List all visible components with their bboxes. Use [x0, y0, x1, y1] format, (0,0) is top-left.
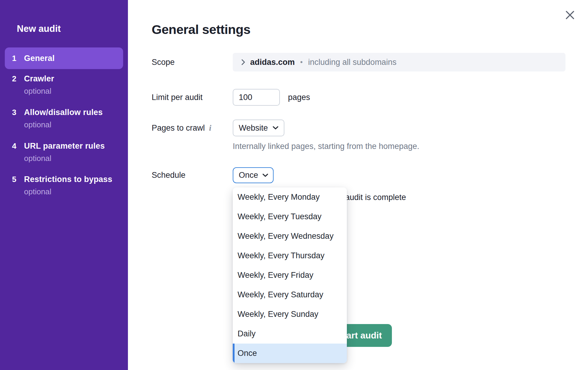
general-settings-panel: General settings Scope adidas.com • — [128, 0, 588, 370]
schedule-option-weekly-every-friday[interactable]: Weekly, Every Friday — [233, 265, 347, 285]
limit-row: Limit per audit pages — [152, 89, 310, 106]
step-number: 1 — [12, 53, 19, 63]
limit-input[interactable] — [233, 89, 280, 106]
schedule-option-weekly-every-thursday[interactable]: Weekly, Every Thursday — [233, 246, 347, 265]
scope-value-box: adidas.com • including all subdomains — [233, 53, 565, 71]
pages-to-crawl-label: Pages to crawl i — [152, 123, 233, 133]
schedule-option-weekly-every-wednesday[interactable]: Weekly, Every Wednesday — [233, 226, 347, 246]
schedule-option-once[interactable]: Once — [233, 344, 347, 363]
step-number: 4 — [12, 141, 19, 163]
step-optional-note: optional — [24, 120, 123, 129]
schedule-option-weekly-every-monday[interactable]: Weekly, Every Monday — [233, 187, 347, 207]
scope-row: Scope adidas.com • including all subdoma… — [152, 53, 565, 71]
close-button[interactable] — [562, 7, 578, 23]
scope-label: Scope — [152, 58, 233, 67]
pages-to-crawl-row: Pages to crawl i Website — [152, 120, 284, 136]
chevron-down-icon — [273, 126, 278, 130]
dot-separator: • — [300, 58, 303, 66]
schedule-selected-value: Once — [239, 171, 258, 180]
step-optional-note: optional — [24, 187, 123, 196]
sidebar-item-url-parameter-rules[interactable]: 4URL parameter rulesoptional — [5, 141, 123, 163]
pages-to-crawl-label-text: Pages to crawl — [152, 123, 205, 133]
pages-to-crawl-select[interactable]: Website — [233, 120, 284, 136]
close-icon — [563, 8, 577, 22]
step-label: General — [24, 53, 123, 63]
scope-subdomains-note: including all subdomains — [308, 58, 396, 67]
step-number: 3 — [12, 107, 19, 129]
sidebar-item-general[interactable]: 1General — [5, 47, 123, 69]
step-label: Restrictions to bypass — [24, 174, 123, 184]
scope-domain: adidas.com — [250, 58, 295, 67]
schedule-row: Schedule Once — [152, 167, 274, 183]
step-number: 5 — [12, 174, 19, 196]
step-label: Crawler — [24, 74, 123, 84]
pages-to-crawl-description: Internally linked pages, starting from t… — [233, 142, 419, 151]
pages-to-crawl-selected-value: Website — [239, 123, 268, 133]
chevron-right-icon — [241, 59, 245, 66]
sidebar-item-allow-disallow-rules[interactable]: 3Allow/disallow rulesoptional — [5, 107, 123, 129]
chevron-down-icon — [262, 174, 268, 177]
step-optional-note: optional — [24, 86, 123, 96]
schedule-dropdown: Weekly, Every MondayWeekly, Every Tuesda… — [233, 187, 347, 363]
page-title: General settings — [152, 22, 250, 37]
sidebar-nav: 1General2Crawleroptional3Allow/disallow … — [0, 0, 128, 370]
schedule-select[interactable]: Once — [233, 167, 274, 183]
schedule-label: Schedule — [152, 171, 233, 180]
step-number: 2 — [12, 74, 19, 96]
schedule-option-weekly-every-tuesday[interactable]: Weekly, Every Tuesday — [233, 207, 347, 226]
sidebar: New audit 1General2Crawleroptional3Allow… — [0, 0, 128, 370]
step-label: Allow/disallow rules — [24, 107, 123, 117]
sidebar-item-crawler[interactable]: 2Crawleroptional — [5, 74, 123, 96]
schedule-option-daily[interactable]: Daily — [233, 324, 347, 344]
info-icon[interactable]: i — [209, 123, 211, 133]
limit-label: Limit per audit — [152, 93, 233, 102]
limit-unit-label: pages — [288, 93, 310, 102]
new-audit-modal: New audit 1General2Crawleroptional3Allow… — [0, 0, 588, 370]
step-optional-note: optional — [24, 153, 123, 163]
sidebar-item-restrictions-to-bypass[interactable]: 5Restrictions to bypassoptional — [5, 174, 123, 196]
schedule-option-weekly-every-saturday[interactable]: Weekly, Every Saturday — [233, 285, 347, 305]
step-label: URL parameter rules — [24, 141, 123, 151]
schedule-option-weekly-every-sunday[interactable]: Weekly, Every Sunday — [233, 305, 347, 324]
